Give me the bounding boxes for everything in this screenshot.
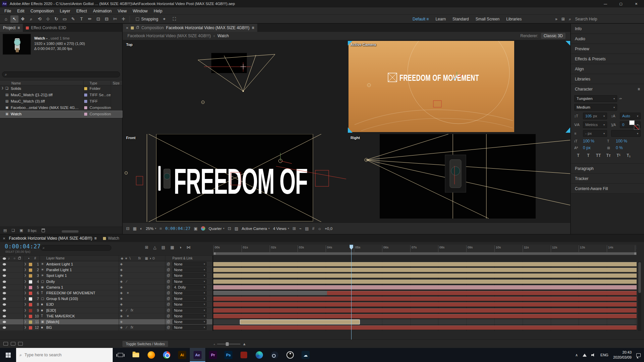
fill-stroke-swatches[interactable]	[629, 120, 639, 130]
eye-icon[interactable]	[3, 286, 6, 289]
layer-color-chip[interactable]	[29, 274, 32, 278]
column-size[interactable]: Size	[113, 81, 119, 85]
roto-brush-tool[interactable]: ✄	[111, 15, 119, 23]
workspace-grid-icon[interactable]: ⊞	[561, 17, 565, 21]
twirl-icon[interactable]: ❯	[24, 326, 26, 329]
layer-switches[interactable]: ◈∕	[120, 280, 164, 283]
toggle-switches-modes-button[interactable]: Toggle Switches / Modes	[122, 341, 168, 347]
tsume-value[interactable]: 0 %	[616, 145, 623, 150]
project-item-faceboo-ontal-video-max-size-4gb[interactable]: ▣ Faceboo...ontal Video (MAX SIZE 4GB!!!…	[0, 105, 122, 111]
graph-editor-icon[interactable]: ⋈	[186, 245, 191, 250]
twirl-icon[interactable]: ❯	[24, 280, 26, 283]
panel-tracker[interactable]: Tracker	[571, 174, 644, 184]
layer-switches[interactable]: ◈	[120, 285, 164, 289]
resolution-select[interactable]: Quarter▾	[209, 227, 224, 231]
layer-color-chip[interactable]	[29, 292, 32, 295]
layer-duration-bar[interactable]	[213, 297, 637, 301]
photoshop-icon[interactable]: Ps	[221, 348, 236, 362]
layer-switches[interactable]: ◈∗	[120, 314, 164, 318]
layer-switches[interactable]: ◈	[120, 297, 164, 300]
small-caps-button[interactable]: Tᴛ	[604, 152, 612, 159]
close-button[interactable]: ✕	[629, 0, 644, 7]
pickwhip-icon[interactable]: @	[167, 308, 170, 312]
workspace-small-screen[interactable]: Small Screen	[476, 17, 499, 21]
playhead-line[interactable]	[351, 245, 352, 340]
after-effects-icon[interactable]: Ae	[190, 348, 205, 362]
transparency-grid-icon[interactable]: ▨	[234, 226, 238, 231]
column-name[interactable]: Name	[11, 81, 21, 85]
label-color-chip[interactable]	[84, 100, 87, 103]
new-folder-icon[interactable]: ❏	[11, 228, 15, 233]
layer-switches[interactable]: ◈	[120, 268, 164, 272]
lock-column-icon[interactable]	[18, 257, 21, 259]
twirl-icon[interactable]: ❯	[24, 303, 26, 306]
project-search-box[interactable]: ⌕	[2, 71, 120, 77]
menu-file[interactable]: File	[1, 9, 14, 13]
layer-row-the-maverick[interactable]: ❯ 10 T THE MAVERICK ◈∗ @ None▾	[0, 313, 213, 319]
brush-tool[interactable]: ✏	[86, 15, 94, 23]
twirl-icon[interactable]: ❯	[24, 274, 26, 277]
layer-row-freedom-of-movement[interactable]: ❯ 6 T FREEDOM OF MOVEMENT ◈∗ @ None▾	[0, 290, 213, 296]
timeline-button-icon[interactable]: ▤	[305, 226, 309, 231]
layer-color-chip[interactable]	[29, 268, 32, 272]
fill-swatch[interactable]	[629, 120, 635, 125]
kerning-select[interactable]: Metrics▾	[583, 121, 607, 128]
pickwhip-icon[interactable]: @	[167, 280, 170, 283]
leading-select[interactable]: Auto▾	[620, 113, 641, 119]
workspace-default[interactable]: Default ≡	[413, 17, 429, 21]
snap-options-icon[interactable]: ⌖	[160, 15, 168, 23]
show-channels-icon[interactable]	[201, 226, 205, 231]
eyedropper-icon[interactable]: ✑	[619, 97, 622, 101]
snap-expand-icon[interactable]: ⛶	[170, 15, 178, 23]
orbit-camera-tool[interactable]: ⟲	[36, 15, 44, 23]
exposure-value[interactable]: +0,0	[325, 227, 332, 231]
eye-icon[interactable]	[3, 309, 6, 312]
pickwhip-icon[interactable]: @	[167, 285, 170, 289]
view-active-camera[interactable]: Active Camera	[348, 41, 570, 133]
column-type[interactable]: Type	[90, 81, 97, 85]
parent-select[interactable]: None▾	[172, 325, 207, 330]
start-button[interactable]	[0, 348, 16, 362]
layer-name-column[interactable]: Layer Name	[46, 256, 64, 260]
frame-blend-icon[interactable]: ▦	[170, 245, 174, 250]
red-app-icon[interactable]	[236, 348, 252, 362]
twirl-icon[interactable]: ❯	[24, 309, 26, 312]
time-ruler[interactable]: 00s01s02s03s04s05s06s07s08s09s10s11s12s1…	[213, 245, 637, 252]
layer-row-dolly[interactable]: ❯ 4 ▢ Dolly ◈∕ @ None▾	[0, 279, 213, 285]
parent-select[interactable]: None▾	[172, 296, 207, 301]
view-right[interactable]: Right	[348, 134, 570, 222]
layer-duration-bar[interactable]	[213, 291, 327, 295]
layer-duration-bar[interactable]	[213, 325, 637, 330]
clone-stamp-tool[interactable]: ⊡	[94, 15, 102, 23]
layer-switches[interactable]: ◈	[120, 274, 164, 277]
project-item-solids[interactable]: ❯ ❏ Solids Folder	[0, 85, 122, 92]
parent-select[interactable]: None▾	[172, 273, 207, 278]
twirl-icon[interactable]: ❯	[1, 86, 4, 89]
menu-window[interactable]: Window	[130, 9, 151, 13]
project-item-mauc-watch-3-tiff[interactable]: ▤ MauC_Watch (3).tiff TIFF	[0, 98, 122, 105]
panel-menu-icon[interactable]: ≡	[94, 236, 97, 241]
timeline-current-time[interactable]: 0:00:04:27	[5, 243, 41, 250]
layer-duration-bar[interactable]	[327, 291, 637, 295]
layer-switches[interactable]: ◈∕fx	[120, 308, 164, 312]
eye-icon[interactable]	[3, 315, 6, 317]
baseline-shift-value[interactable]: 0 px	[583, 145, 600, 150]
workspace-standard[interactable]: Standard	[452, 17, 469, 21]
parent-select[interactable]: None▾	[172, 279, 207, 284]
layer-row-camera-1[interactable]: ❯ 5 ◉ Camera 1 ◈ @ 4. Dolly▾	[0, 285, 213, 290]
hidden-icons-chevron[interactable]: ∧	[575, 353, 578, 357]
menu-effect[interactable]: Effect	[73, 9, 90, 13]
ruler-grid-icon[interactable]: ⌗	[160, 226, 162, 231]
creative-cloud-icon[interactable]	[298, 348, 313, 362]
taskbar-search-box[interactable]: ⌕	[16, 348, 113, 362]
close-tab-icon[interactable]: ✕	[126, 26, 128, 30]
layer-color-chip[interactable]	[29, 280, 32, 284]
layer-color-chip[interactable]	[29, 263, 32, 266]
panel-menu-icon[interactable]: ≡	[17, 25, 20, 30]
stroke-style-select[interactable]: ▾	[611, 130, 641, 137]
pixel-aspect-icon[interactable]: ⊞	[292, 226, 296, 231]
workspace-menu-icon[interactable]: ≡	[426, 17, 429, 21]
twirl-icon[interactable]: ❯	[24, 297, 26, 300]
layer-color-chip[interactable]	[29, 303, 32, 306]
menu-view[interactable]: View	[115, 9, 130, 13]
